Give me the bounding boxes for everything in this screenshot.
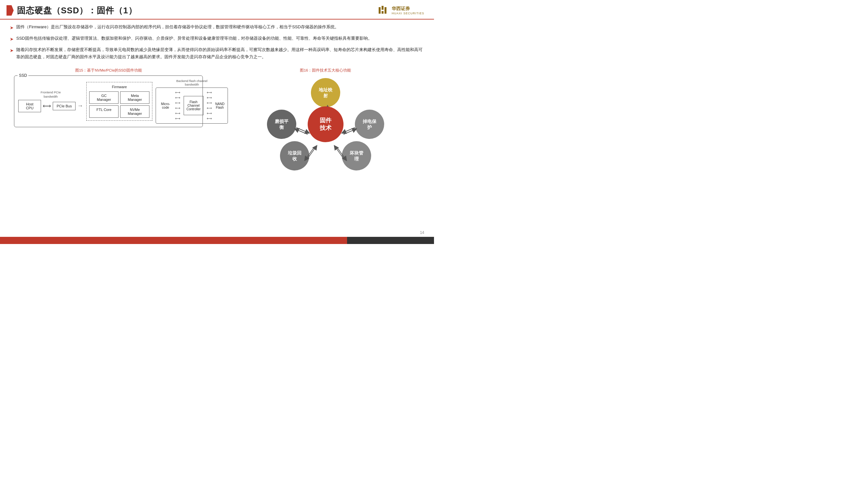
backend-label: Backend flash channelbandwidth: [177, 79, 208, 86]
circle-bottom-left-label: 垃圾回收: [288, 150, 302, 162]
gc-manager-box: GCManager: [89, 91, 119, 104]
footer-bar: [0, 237, 434, 244]
circle-bottom-right-label: 坏块管理: [350, 150, 363, 162]
ftl-core-box: FTL Core: [89, 105, 119, 118]
figures-row: 图15：基于NVMe/PCIe的SSD固件功能 SSD Frontend PCI…: [0, 68, 434, 173]
da2: ⟷: [175, 96, 180, 100]
bullet-2: ➤ SSD固件包括传输协议处理、逻辑管理算法、数据加密和保护、闪存驱动、介质保护…: [10, 35, 424, 43]
circle-bottom-left: 垃圾回收: [280, 141, 309, 170]
host-section: Frontend PCIebandwidth HostCPU ⟷ PCIe Bu…: [18, 91, 83, 112]
title-arrow-icon: [6, 5, 14, 15]
meta-manager-label: MetaManager: [128, 94, 142, 101]
frontend-label: Frontend PCIebandwidth: [41, 91, 61, 99]
nand-arrows: ⟷ ⟷ ⟷ ⟷ ⟷ ⟷: [207, 91, 212, 121]
circle-center: 固件技术: [308, 106, 343, 142]
circle-left-label: 磨损平衡: [275, 119, 288, 130]
da4: ⟷: [175, 106, 180, 110]
na4: ⟷: [207, 106, 212, 110]
svg-line-7: [296, 129, 308, 134]
nand-flash-block: NANDFlash: [215, 102, 224, 109]
microcode-block: Micro-code: [159, 102, 172, 109]
header: 固态硬盘（SSD）：固件（1） 华西证券 HUAXI SECURITIES: [0, 0, 434, 20]
host-cpu-label: HostCPU: [26, 102, 34, 110]
flash-outer: Backend flash channelbandwidth Micro-cod…: [156, 79, 228, 124]
bullet-arrow-1: ➤: [10, 24, 14, 32]
da1: ⟷: [175, 91, 180, 95]
svg-rect-3: [384, 7, 386, 14]
nand-flash-label: NANDFlash: [215, 102, 224, 109]
nvme-manager-box: NVMeManager: [120, 105, 150, 118]
svg-line-8: [343, 128, 355, 132]
logo-en: HUAXI SECURITIES: [392, 12, 424, 15]
bullet-text-3: 随着闪存技术的不断发展，存储密度不断提高，导致单元电荷数的减少及绝缘层变薄，从而…: [16, 46, 424, 60]
na3: ⟷: [207, 101, 212, 105]
bullet-arrow-3: ➤: [10, 47, 14, 54]
bullet-arrow-2: ➤: [10, 35, 14, 43]
figure-right: 图16：固件技术五大核心功能 地址映射 磨损平衡 掉电保护 固件技术 垃圾回收: [220, 68, 431, 173]
flash-section: Micro-code ⟷ ⟷ ⟷ ⟷ ⟷ ⟷ FlashChannelContr…: [156, 88, 228, 124]
svg-line-6: [296, 128, 308, 132]
ssd-diagram: SSD Frontend PCIebandwidth HostCPU ⟷ PCI…: [14, 75, 203, 127]
figure-right-caption: 图16：固件技术五大核心功能: [300, 68, 351, 73]
circle-center-label: 固件技术: [320, 117, 332, 132]
firmware-title: Firmware: [89, 85, 150, 89]
title-block: 固态硬盘（SSD）：固件（1）: [6, 5, 377, 16]
nvme-manager-label: NVMeManager: [128, 108, 142, 116]
logo-text: 华西证券 HUAXI SECURITIES: [392, 6, 424, 15]
da6: ⟷: [175, 117, 180, 121]
circle-bottom-right: 坏块管理: [342, 141, 371, 170]
figure-left: 图15：基于NVMe/PCIe的SSD固件功能 SSD Frontend PCI…: [3, 68, 214, 173]
microcode-label: Micro-code: [159, 102, 172, 109]
bullet-text-1: 固件（Firmware）是出厂预设在存储器中，运行在闪存控制器内部的程序代码，担…: [16, 24, 424, 30]
firmware-core-diagram: 地址映射 磨损平衡 掉电保护 固件技术 垃圾回收 坏块管理: [264, 75, 388, 173]
circle-left: 磨损平衡: [267, 110, 296, 139]
circle-right: 掉电保护: [355, 110, 384, 139]
flash-arrows: ⟷ ⟷ ⟷ ⟷ ⟷ ⟷: [175, 91, 180, 121]
na6: ⟷: [207, 117, 212, 121]
svg-rect-1: [381, 6, 383, 10]
na2: ⟷: [207, 96, 212, 100]
footer-bar-red: [0, 237, 347, 244]
firmware-box: Firmware GCManager MetaManager FTL Core …: [86, 82, 152, 121]
host-pcie-row: HostCPU ⟷ PCIe Bus →: [18, 100, 83, 112]
circle-top: 地址映射: [311, 78, 340, 107]
body-content: ➤ 固件（Firmware）是出厂预设在存储器中，运行在闪存控制器内部的程序代码…: [0, 20, 434, 66]
ftl-core-label: FTL Core: [96, 108, 111, 111]
bullet-text-2: SSD固件包括传输协议处理、逻辑管理算法、数据加密和保护、闪存驱动、介质保护、异…: [16, 35, 424, 42]
fw-grid: GCManager MetaManager FTL Core NVMeManag…: [89, 91, 150, 118]
flash-controller-label: FlashChannelController: [187, 100, 200, 111]
bullet-1: ➤ 固件（Firmware）是出厂预设在存储器中，运行在闪存控制器内部的程序代码…: [10, 24, 424, 32]
page-title: 固态硬盘（SSD）：固件（1）: [17, 5, 137, 16]
logo-icon: [377, 5, 389, 16]
ssd-inner: Frontend PCIebandwidth HostCPU ⟷ PCIe Bu…: [18, 79, 198, 124]
arrow-to-fw: →: [77, 102, 83, 109]
svg-rect-2: [381, 11, 383, 14]
flash-controller-box: FlashChannelController: [184, 96, 204, 115]
footer-bar-dark: [347, 237, 434, 244]
da5: ⟷: [175, 111, 180, 116]
na5: ⟷: [207, 111, 212, 116]
da3: ⟷: [175, 101, 180, 105]
figure-left-caption: 图15：基于NVMe/PCIe的SSD固件功能: [75, 68, 142, 73]
page-number: 14: [420, 230, 424, 235]
na1: ⟷: [207, 91, 212, 95]
logo-cn: 华西证券: [392, 6, 410, 12]
meta-manager-box: MetaManager: [120, 91, 150, 104]
pcie-bus-label: PCIe Bus: [57, 104, 72, 108]
svg-line-9: [343, 129, 355, 134]
pcie-bus-box: PCIe Bus: [53, 102, 75, 110]
arrow-to-pcie: ⟷: [43, 102, 51, 110]
circle-top-label: 地址映射: [319, 87, 333, 99]
gc-manager-label: GCManager: [97, 94, 111, 101]
svg-rect-0: [379, 7, 381, 14]
bullet-3: ➤ 随着闪存技术的不断发展，存储密度不断提高，导致单元电荷数的减少及绝缘层变薄，…: [10, 46, 424, 60]
logo-block: 华西证券 HUAXI SECURITIES: [377, 5, 424, 16]
circle-right-label: 掉电保护: [363, 119, 376, 130]
ssd-label: SSD: [18, 73, 28, 78]
host-cpu-box: HostCPU: [18, 100, 41, 112]
